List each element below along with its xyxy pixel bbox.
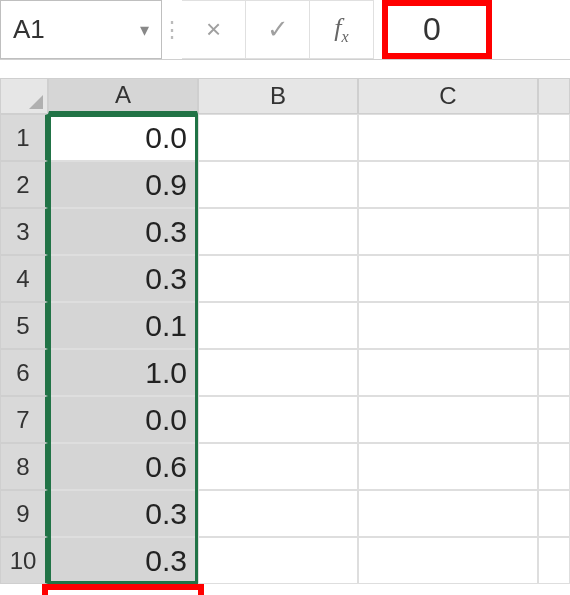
cancel-button[interactable]: ×	[182, 0, 246, 59]
row-header-5[interactable]: 5	[0, 302, 48, 349]
cell-A2[interactable]: 0.9	[48, 161, 198, 208]
chevron-down-icon[interactable]: ▾	[140, 19, 149, 41]
cell-B2[interactable]	[198, 161, 358, 208]
close-icon: ×	[206, 14, 221, 45]
cell-C6[interactable]	[358, 349, 538, 396]
fx-icon: fx	[334, 13, 348, 46]
cell-A10[interactable]: 0.3	[48, 537, 198, 584]
grid-rows: 1 0.0 2 0.9 3 0.3 4 0.3	[0, 114, 570, 584]
cell-A5[interactable]: 0.1	[48, 302, 198, 349]
cell-B10[interactable]	[198, 537, 358, 584]
cell-D5[interactable]	[538, 302, 570, 349]
cell-B4[interactable]	[198, 255, 358, 302]
check-icon: ✓	[267, 14, 289, 45]
table-row: 7 0.0	[0, 396, 570, 443]
cell-C7[interactable]	[358, 396, 538, 443]
table-row: 5 0.1	[0, 302, 570, 349]
table-row: 6 1.0	[0, 349, 570, 396]
cell-C5[interactable]	[358, 302, 538, 349]
cell-C1[interactable]	[358, 114, 538, 161]
enter-button[interactable]: ✓	[246, 0, 310, 59]
row-header-10[interactable]: 10	[0, 537, 48, 584]
cell-B3[interactable]	[198, 208, 358, 255]
formula-bar-value[interactable]: 0	[423, 11, 451, 48]
cell-A1[interactable]: 0.0	[48, 114, 198, 161]
cell-B6[interactable]	[198, 349, 358, 396]
row-header-9[interactable]: 9	[0, 490, 48, 537]
column-header-C[interactable]: C	[358, 78, 538, 114]
cell-D7[interactable]	[538, 396, 570, 443]
table-row: 4 0.3	[0, 255, 570, 302]
cell-A8[interactable]: 0.6	[48, 443, 198, 490]
cell-C3[interactable]	[358, 208, 538, 255]
spreadsheet-grid: A B C 1 0.0 2 0.9 3 0.3 4	[0, 78, 570, 584]
name-box[interactable]: A1 ▾	[0, 0, 162, 59]
cell-B7[interactable]	[198, 396, 358, 443]
cell-A7[interactable]: 0.0	[48, 396, 198, 443]
table-row: 9 0.3	[0, 490, 570, 537]
column-header-D[interactable]	[538, 78, 570, 114]
cell-C9[interactable]	[358, 490, 538, 537]
column-headers: A B C	[0, 78, 570, 114]
separator-icon: ⋮	[162, 0, 182, 59]
row-header-8[interactable]: 8	[0, 443, 48, 490]
cell-A4[interactable]: 0.3	[48, 255, 198, 302]
row-header-1[interactable]: 1	[0, 114, 48, 161]
insert-function-button[interactable]: fx	[310, 0, 374, 59]
cell-D3[interactable]	[538, 208, 570, 255]
cell-D9[interactable]	[538, 490, 570, 537]
cell-C8[interactable]	[358, 443, 538, 490]
table-row: 8 0.6	[0, 443, 570, 490]
column-header-B[interactable]: B	[198, 78, 358, 114]
column-header-A[interactable]: A	[48, 78, 198, 114]
cell-D6[interactable]	[538, 349, 570, 396]
select-all-corner[interactable]	[0, 78, 48, 114]
cell-C10[interactable]	[358, 537, 538, 584]
cell-A3[interactable]: 0.3	[48, 208, 198, 255]
cell-D4[interactable]	[538, 255, 570, 302]
formula-value-highlight: 0	[382, 0, 492, 59]
cell-C4[interactable]	[358, 255, 538, 302]
table-row: 2 0.9	[0, 161, 570, 208]
row-header-4[interactable]: 4	[0, 255, 48, 302]
cell-D10[interactable]	[538, 537, 570, 584]
cell-D1[interactable]	[538, 114, 570, 161]
cell-B1[interactable]	[198, 114, 358, 161]
row-header-7[interactable]: 7	[0, 396, 48, 443]
table-row: 10 0.3	[0, 537, 570, 584]
row-header-2[interactable]: 2	[0, 161, 48, 208]
row-header-6[interactable]: 6	[0, 349, 48, 396]
cell-B8[interactable]	[198, 443, 358, 490]
cell-A6[interactable]: 1.0	[48, 349, 198, 396]
cell-B9[interactable]	[198, 490, 358, 537]
cell-C2[interactable]	[358, 161, 538, 208]
row-header-3[interactable]: 3	[0, 208, 48, 255]
table-row: 1 0.0	[0, 114, 570, 161]
cell-B5[interactable]	[198, 302, 358, 349]
cell-D8[interactable]	[538, 443, 570, 490]
name-box-value: A1	[13, 14, 45, 45]
cell-D2[interactable]	[538, 161, 570, 208]
table-row: 3 0.3	[0, 208, 570, 255]
formula-bar: A1 ▾ ⋮ × ✓ fx 0	[0, 0, 570, 60]
bottom-red-highlight	[42, 584, 204, 595]
cell-A9[interactable]: 0.3	[48, 490, 198, 537]
